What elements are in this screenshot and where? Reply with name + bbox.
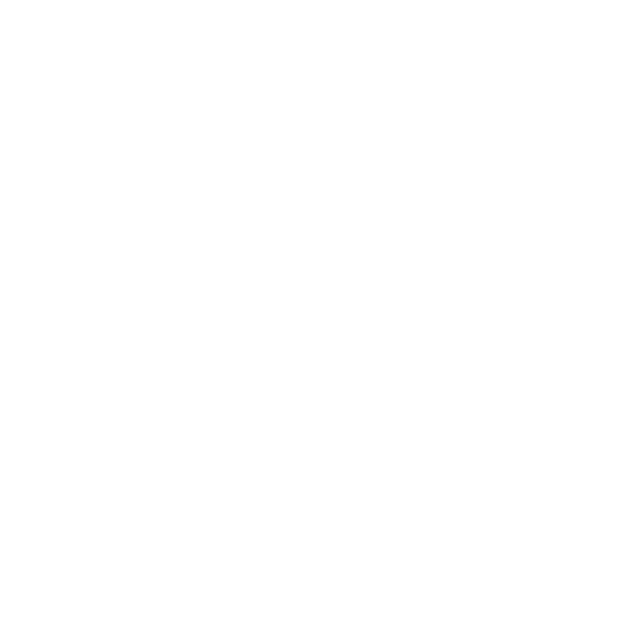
chart-svg [20,20,624,624]
plot-area [20,20,624,624]
chart-container [0,0,644,644]
